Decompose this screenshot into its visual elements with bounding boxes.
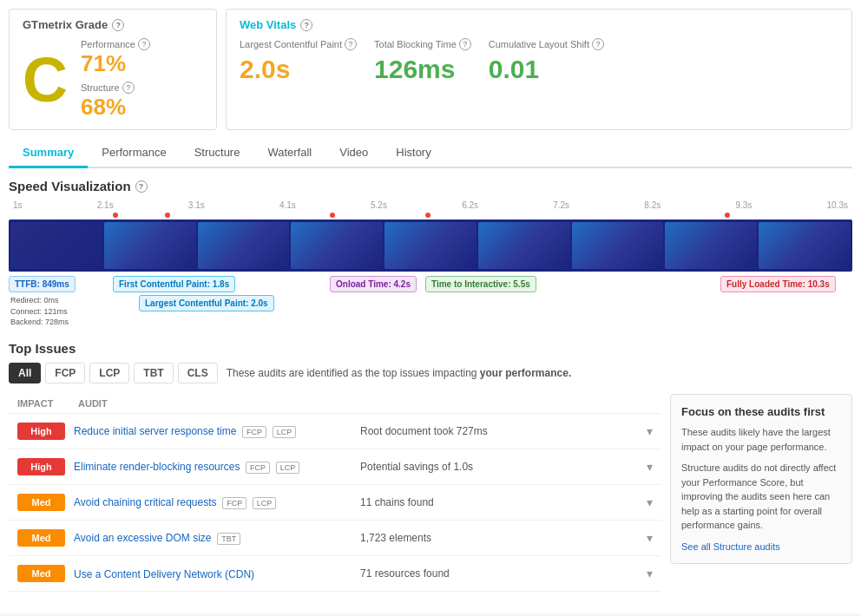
structure-help-icon[interactable]: ?	[122, 82, 135, 94]
tab-performance[interactable]: Performance	[88, 139, 180, 168]
audit-info-2: Avoid chaining critical requests FCP LCP	[74, 495, 352, 509]
audit-detail-2: 11 chains found	[360, 496, 638, 508]
performance-label: Performance ?	[81, 38, 150, 50]
ttfb-details: Redirect: 0msConnect: 121msBackend: 728m…	[10, 295, 69, 328]
tag-lcp-2: LCP	[253, 497, 277, 509]
expand-arrow-2[interactable]: ▾	[647, 495, 653, 509]
impact-badge-4: Med	[17, 565, 65, 582]
expand-arrow-1[interactable]: ▾	[647, 460, 653, 474]
tag-fcp-1: FCP	[246, 462, 270, 474]
cls-help-icon[interactable]: ?	[592, 38, 604, 50]
timeline-ruler: 1s 2.1s 3.1s 4.1s 5.2s 6.2s 7.2s 8.2s 9.…	[9, 200, 852, 210]
focus-box-link[interactable]: See all Structure audits	[681, 541, 780, 552]
issue-row: High Eliminate render-blocking resources…	[9, 449, 661, 485]
lcp-help-icon[interactable]: ?	[345, 38, 357, 50]
filter-description: These audits are identified as the top i…	[227, 367, 572, 379]
speed-viz-title: Speed Visualization ?	[9, 179, 852, 193]
timeline-frame-7	[572, 222, 664, 269]
web-vitals-section: Web Vitals ? Largest Contentful Paint ? …	[226, 9, 852, 130]
timeline-frame-4	[291, 222, 383, 269]
gtmetrix-help-icon[interactable]: ?	[112, 19, 124, 31]
audit-title-2[interactable]: Avoid chaining critical requests	[74, 496, 217, 508]
filter-tbt[interactable]: TBT	[134, 363, 173, 383]
tag-fcp-0: FCP	[242, 426, 266, 438]
expand-arrow-0[interactable]: ▾	[647, 424, 653, 438]
audit-info-0: Reduce initial server response time FCP …	[74, 424, 352, 438]
tag-lcp-0: LCP	[273, 426, 297, 438]
flt-label: Fully Loaded Time: 10.3s	[720, 276, 836, 292]
filter-tabs: All FCP LCP TBT CLS These audits are ide…	[9, 363, 852, 383]
tab-summary[interactable]: Summary	[9, 139, 88, 168]
tti-label: Time to Interactive: 5.5s	[425, 276, 536, 292]
focus-box-title: Focus on these audits first	[681, 405, 841, 418]
cls-metric: Cumulative Layout Shift ? 0.01	[489, 38, 604, 84]
issue-row: Med Avoid an excessive DOM size TBT 1,72…	[9, 521, 661, 556]
timeline-frame-9	[759, 222, 851, 269]
tab-video[interactable]: Video	[325, 139, 382, 168]
focus-box: Focus on these audits first These audits…	[670, 394, 852, 564]
issues-table: IMPACT AUDIT High Reduce initial server …	[9, 394, 661, 592]
gtmetrix-grade-title: GTmetrix Grade ?	[23, 18, 203, 31]
issue-row: High Reduce initial server response time…	[9, 414, 661, 449]
structure-label: Structure ?	[81, 82, 150, 94]
timeline-frame-1	[10, 222, 102, 269]
timeline-strip	[9, 220, 852, 272]
tbt-label: Total Blocking Time ?	[374, 38, 471, 50]
grade-letter: C	[23, 49, 68, 111]
structure-value: 68%	[81, 94, 150, 121]
audit-title-4[interactable]: Use a Content Delivery Network (CDN)	[74, 568, 254, 580]
audit-title-0[interactable]: Reduce initial server response time	[74, 425, 236, 437]
impact-badge-2: Med	[17, 494, 65, 511]
issue-row: Med Use a Content Delivery Network (CDN)…	[9, 556, 661, 592]
audit-title-1[interactable]: Eliminate render-blocking resources	[74, 461, 240, 473]
focus-box-text1: These audits likely have the largest imp…	[681, 425, 841, 454]
tbt-help-icon[interactable]: ?	[459, 38, 471, 50]
filter-lcp[interactable]: LCP	[89, 363, 129, 383]
top-issues-title: Top Issues	[9, 341, 852, 356]
timeline-frame-5	[384, 222, 477, 269]
tab-structure[interactable]: Structure	[181, 139, 254, 168]
audit-detail-4: 71 resources found	[360, 567, 638, 580]
timeline-frame-2	[104, 222, 196, 269]
tbt-metric: Total Blocking Time ? 126ms	[374, 38, 471, 84]
audit-detail-0: Root document took 727ms	[360, 425, 638, 437]
col-impact-header: IMPACT	[17, 398, 78, 409]
impact-badge-0: High	[17, 423, 65, 440]
performance-value: 71%	[81, 50, 150, 77]
filter-cls[interactable]: CLS	[178, 363, 218, 383]
timeline-frame-6	[478, 222, 570, 269]
web-vitals-help-icon[interactable]: ?	[300, 19, 312, 31]
audit-title-3[interactable]: Avoid an excessive DOM size	[74, 532, 212, 544]
issues-container: IMPACT AUDIT High Reduce initial server …	[9, 394, 852, 592]
lcp-label-viz: Largest Contentful Paint: 2.0s	[139, 295, 274, 311]
focus-box-text2: Structure audits do not directly affect …	[681, 461, 841, 533]
tag-tbt-3: TBT	[217, 533, 240, 545]
tab-history[interactable]: History	[382, 139, 444, 168]
audit-detail-1: Potential savings of 1.0s	[360, 461, 638, 473]
speed-viz-help-icon[interactable]: ?	[135, 180, 148, 193]
issues-table-header: IMPACT AUDIT	[9, 394, 661, 414]
ttfb-label: TTFB: 849ms	[9, 276, 76, 292]
impact-badge-1: High	[17, 458, 65, 475]
cls-value: 0.01	[489, 55, 604, 84]
filter-all[interactable]: All	[9, 363, 41, 383]
fcp-label: First Contentful Paint: 1.8s	[113, 276, 235, 292]
tbt-value: 126ms	[374, 55, 471, 84]
expand-arrow-3[interactable]: ▾	[647, 531, 653, 545]
tab-waterfall[interactable]: Waterfall	[253, 139, 325, 168]
speed-visualization: Speed Visualization ? 1s 2.1s 3.1s 4.1s …	[9, 179, 852, 324]
performance-help-icon[interactable]: ?	[138, 38, 150, 50]
main-tabs: Summary Performance Structure Waterfall …	[9, 139, 852, 168]
audit-detail-3: 1,723 elements	[360, 532, 638, 544]
audit-info-3: Avoid an excessive DOM size TBT	[74, 531, 352, 545]
timeline-frame-8	[665, 222, 757, 269]
lcp-value: 2.0s	[240, 55, 357, 84]
onload-label: Onload Time: 4.2s	[330, 276, 417, 292]
expand-arrow-4[interactable]: ▾	[647, 567, 653, 580]
tag-lcp-1: LCP	[276, 462, 300, 474]
col-audit-header: AUDIT	[78, 398, 653, 409]
top-issues-section: Top Issues All FCP LCP TBT CLS These aud…	[9, 341, 852, 592]
gtmetrix-grade-section: GTmetrix Grade ? C Performance ? 71%	[9, 9, 217, 130]
filter-fcp[interactable]: FCP	[45, 363, 85, 383]
timeline-frame-3	[198, 222, 290, 269]
